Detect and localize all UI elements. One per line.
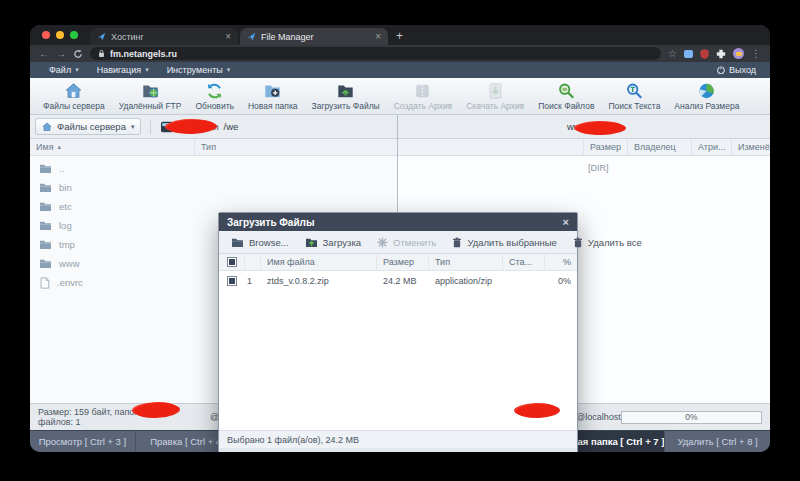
list-item[interactable]: [DIR] (398, 159, 770, 177)
extension-shield-icon[interactable] (700, 49, 709, 59)
trash-icon (573, 237, 583, 248)
upload-folder-icon (305, 237, 318, 248)
column-header-status[interactable]: Ста... (503, 254, 545, 270)
column-label: Тип (201, 142, 216, 152)
extensions-puzzle-icon[interactable] (716, 49, 726, 59)
delete-selected-label: Удалить выбранные (467, 237, 556, 248)
column-header-size[interactable]: Размер (584, 139, 628, 155)
tab-hosting[interactable]: Хостинг × (90, 28, 238, 45)
column-header-modified[interactable]: Изменён (732, 139, 770, 155)
pie-chart-icon (697, 82, 716, 100)
drive-selector[interactable]: Файлы сервера ▾ (35, 118, 141, 135)
tab-close-icon[interactable]: × (375, 31, 381, 42)
bookmark-star-icon[interactable]: ☆ (668, 48, 677, 59)
file-name: .. (59, 163, 64, 174)
row-type: application/zip (429, 271, 503, 290)
menu-navigation[interactable]: Навигация ▾ (88, 62, 158, 78)
tab-close-icon[interactable]: × (225, 31, 231, 42)
maximize-window-button[interactable] (70, 31, 78, 39)
dialog-title: Загрузить Файлы (227, 217, 314, 228)
folder-icon (39, 239, 52, 250)
delete-all-button[interactable]: Удалить все (565, 237, 650, 248)
list-item[interactable]: .. (30, 159, 397, 178)
column-header-attributes[interactable]: Атри... (692, 139, 732, 155)
column-label: Имя (36, 142, 54, 152)
checkbox-icon (227, 276, 237, 286)
file-name: .envrc (57, 277, 83, 288)
browser-menu-icon[interactable]: ⋮ (751, 48, 761, 59)
upload-start-button[interactable]: Загрузка (297, 237, 369, 248)
select-all-checkbox[interactable] (219, 254, 245, 270)
column-header-size[interactable]: Размер (377, 254, 429, 270)
logout-button[interactable]: Выход (713, 65, 760, 75)
upload-table-row[interactable]: 1 ztds_v.0.8.2.zip 24.2 MB application/z… (219, 271, 577, 290)
list-item[interactable]: bin (30, 178, 397, 197)
file-manager-panels: Файлы сервера ▾ /hom /we Имя ▴ Тип (30, 115, 770, 403)
right-column-headers: Размер Владелец Атри... Изменён (398, 139, 770, 156)
column-label: % (563, 257, 571, 267)
menu-file[interactable]: Файл ▾ (40, 62, 88, 78)
app-menubar: Файл ▾ Навигация ▾ Инструменты ▾ Выход (30, 62, 770, 78)
search-files-icon (557, 82, 576, 100)
browser-window: Хостинг × File Manager × + ← → fm.netang… (30, 25, 770, 452)
address-bar[interactable]: fm.netangels.ru (90, 47, 661, 60)
folder-icon (231, 237, 244, 248)
close-icon[interactable]: × (563, 216, 569, 228)
macos-window-controls[interactable] (30, 25, 90, 45)
toolbar-label: Скачать Архив (466, 101, 524, 111)
column-label: Имя файла (267, 257, 315, 267)
folder-icon (39, 163, 52, 174)
back-button[interactable]: ← (39, 49, 49, 59)
row-checkbox[interactable] (219, 271, 245, 290)
dialog-title-bar[interactable]: Загрузить Файлы × (219, 213, 577, 231)
folder-icon (39, 220, 52, 231)
toolbar-refresh[interactable]: Обновить (188, 82, 241, 111)
toolbar-download-archive: Скачать Архив (459, 82, 531, 111)
column-header-name[interactable]: Имя ▴ (30, 139, 195, 155)
right-progress-bar: 0% (621, 411, 762, 424)
chevron-down-icon: ▾ (227, 66, 231, 74)
column-header-filename[interactable]: Имя файла (261, 254, 377, 270)
current-path-after: /we (224, 121, 239, 132)
reload-button[interactable] (73, 49, 83, 59)
column-header-type[interactable]: Тип (195, 139, 397, 155)
url-text: fm.netangels.ru (110, 49, 177, 59)
minimize-window-button[interactable] (56, 31, 64, 39)
toolbar-search-text[interactable]: Поиск Текста (601, 82, 667, 111)
close-window-button[interactable] (42, 31, 50, 39)
tab-file-manager[interactable]: File Manager × (240, 28, 388, 45)
main-toolbar: Файлы сервера Удалённый FTP Обновить Нов… (30, 78, 770, 115)
column-header-percent[interactable]: % (545, 254, 577, 270)
profile-avatar[interactable] (733, 48, 744, 59)
toolbar-upload-files[interactable]: Загрузить Файлы (305, 82, 387, 111)
toolbar-search-files[interactable]: Поиск Файлов (531, 82, 601, 111)
forward-button[interactable]: → (56, 49, 66, 59)
file-name: log (59, 220, 72, 231)
archive-icon (413, 82, 432, 100)
toolbar-new-folder[interactable]: Новая папка (241, 82, 305, 111)
menu-tools[interactable]: Инструменты ▾ (158, 62, 240, 78)
chevron-down-icon: ▾ (131, 123, 135, 131)
column-header-name[interactable] (398, 139, 584, 155)
column-label: Атри... (698, 142, 725, 152)
menu-file-label: Файл (49, 65, 71, 75)
delete-selected-button[interactable]: Удалить выбранные (444, 237, 564, 248)
cmd-view[interactable]: Просмотр [ Ctrl + 3 ] (30, 431, 136, 452)
column-header-owner[interactable]: Владелец (628, 139, 692, 155)
cmd-delete[interactable]: Удалить [ Ctrl + 8 ] (665, 431, 770, 452)
toolbar-size-analysis[interactable]: Анализ Размера (667, 82, 746, 111)
drive-selector-label: Файлы сервера (57, 121, 126, 132)
dialog-footer: Загрузка Закрыть (219, 448, 577, 452)
toolbar-remote-ftp[interactable]: Удалённый FTP (112, 82, 189, 111)
file-name: www (59, 258, 80, 269)
toolbar-server-files[interactable]: Файлы сервера (36, 82, 112, 111)
cancel-label: Отменить (393, 237, 436, 248)
extension-blue-icon[interactable] (684, 50, 693, 58)
folder-icon (39, 258, 52, 269)
browse-button[interactable]: Browse... (223, 237, 297, 248)
column-header-type[interactable]: Тип (429, 254, 503, 270)
home-icon (64, 82, 83, 100)
new-tab-button[interactable]: + (396, 29, 403, 43)
row-number: 1 (245, 271, 261, 290)
sort-asc-icon: ▴ (58, 143, 62, 151)
